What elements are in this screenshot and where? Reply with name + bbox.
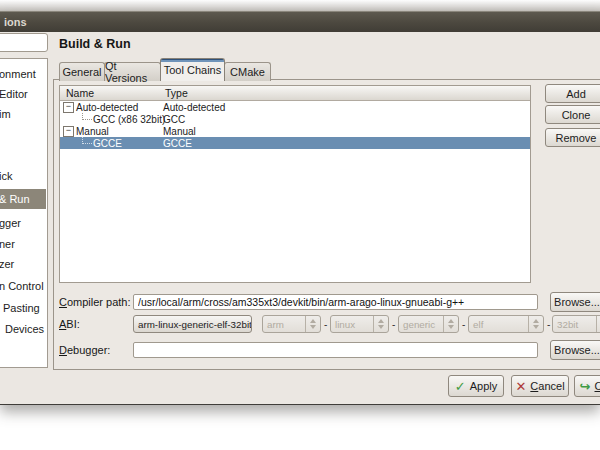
combo-spinner-icon [305, 316, 320, 332]
tab-qt-versions[interactable]: Qt Versions [104, 62, 161, 81]
sidebar-item-debugger[interactable]: gger [0, 213, 46, 233]
tree-row-auto-detected[interactable]: − Auto-detected Auto-detected [60, 101, 530, 113]
sidebar-item-qt-quick[interactable]: ick [0, 166, 46, 186]
tree-row-gcc[interactable]: GCC (x86 32bit) GCC [60, 113, 530, 125]
dialog-body: Build & Run onment Editor im ick & Run g… [0, 32, 600, 405]
abi-combobox[interactable]: arm-linux-generic-elf-32bit [133, 315, 252, 333]
sidebar-item-fakevim[interactable]: im [0, 104, 46, 124]
compiler-path-input[interactable] [133, 294, 538, 310]
collapse-expander-icon[interactable]: − [63, 102, 74, 113]
abi-os-combobox: linux [330, 315, 389, 333]
column-header-type[interactable]: Type [161, 86, 530, 101]
remove-button[interactable]: Remove [545, 128, 600, 147]
abi-separator: - [324, 319, 327, 330]
cross-icon: ✕ [515, 380, 526, 393]
cancel-button[interactable]: ✕ Cancel [511, 375, 569, 397]
sidebar-item-environment[interactable]: onment [0, 64, 46, 84]
sidebar-item-analyzer[interactable]: zer [0, 254, 46, 274]
filter-input[interactable] [0, 33, 48, 52]
debugger-label: Debugger: [59, 342, 110, 358]
options-dialog: ions Build & Run onment Editor im ick & … [0, 11, 600, 405]
abi-separator: - [462, 319, 465, 330]
sidebar-item-hidden-1[interactable] [0, 124, 46, 144]
tree-row-manual[interactable]: − Manual Manual [60, 125, 530, 137]
abi-format-combobox: elf [468, 315, 544, 333]
tab-tool-chains[interactable]: Tool Chains [160, 58, 225, 81]
combo-spinner-icon [373, 316, 388, 332]
debugger-browse-button[interactable]: Browse... [550, 340, 600, 360]
sidebar-item-hidden-2[interactable] [0, 145, 46, 165]
clone-button[interactable]: Clone [545, 105, 600, 124]
column-header-name[interactable]: Name [60, 86, 168, 101]
checkmark-icon: ✓ [455, 380, 466, 393]
tree-connector [82, 113, 92, 120]
debugger-input[interactable] [133, 342, 538, 358]
compiler-browse-button[interactable]: Browse... [550, 292, 600, 312]
sidebar-item-code-pasting[interactable]: Pasting [0, 298, 46, 318]
combo-spinner-icon [596, 316, 600, 332]
abi-arch-combobox: arm [262, 315, 321, 333]
sidebar-item-version-control[interactable]: n Control [0, 276, 46, 296]
tab-cmake[interactable]: CMake [224, 62, 271, 81]
abi-label: ABI: [59, 316, 80, 332]
arrow-icon: ↪ [580, 380, 591, 393]
tree-connector [82, 137, 92, 144]
abi-bits-combobox: 32bit [552, 315, 600, 333]
abi-separator: - [392, 319, 395, 330]
abi-flavor-combobox: generic [398, 315, 459, 333]
titlebar[interactable]: ions [0, 11, 600, 32]
page-title: Build & Run [59, 37, 131, 51]
sidebar-item-build-and-run[interactable]: & Run [0, 189, 46, 209]
toolchain-tree[interactable]: Name Type − Auto-detected Auto-detected … [59, 85, 531, 283]
add-button[interactable]: Add [545, 84, 600, 103]
combo-spinner-icon [528, 316, 543, 332]
sidebar-item-devices[interactable]: Devices [0, 319, 46, 339]
collapse-expander-icon[interactable]: − [63, 126, 74, 137]
sidebar-item-text-editor[interactable]: Editor [0, 84, 46, 104]
background-strip [0, 0, 600, 11]
combo-spinner-icon [443, 316, 458, 332]
ok-button[interactable]: ↪ OK [574, 375, 600, 397]
tree-row-gcce[interactable]: GCCE GCCE [60, 137, 530, 149]
abi-separator: - [547, 319, 550, 330]
compiler-path-label: Compiler path: [59, 294, 131, 310]
tab-general[interactable]: General [59, 62, 105, 81]
apply-button[interactable]: ✓ Apply [448, 375, 504, 397]
category-list: onment Editor im ick & Run gger ner zer … [0, 58, 48, 368]
window-title: ions [4, 16, 27, 28]
sidebar-item-designer[interactable]: ner [0, 234, 46, 254]
